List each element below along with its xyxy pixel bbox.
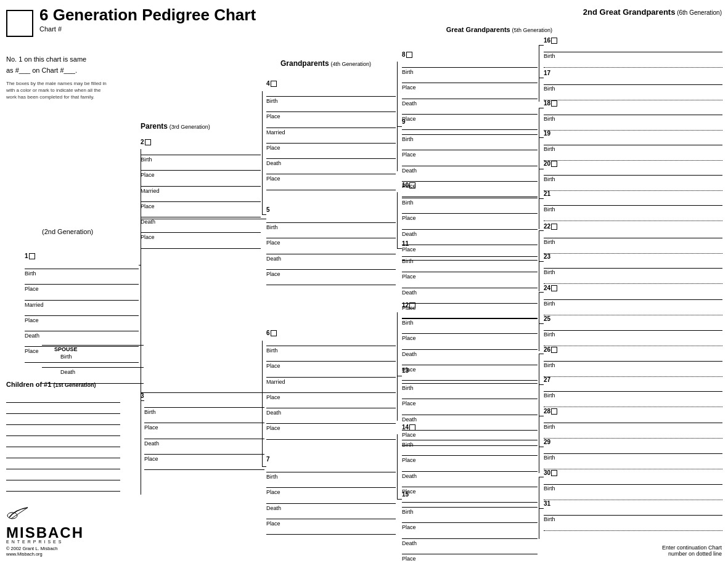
- person-19: 19 Birth: [544, 130, 722, 161]
- person-28: 28 Birth: [544, 408, 722, 439]
- person-16: 16 Birth: [544, 37, 722, 68]
- chart-box: [6, 10, 33, 37]
- person-26: 26 Birth: [544, 346, 722, 377]
- company-name: MISBACH: [6, 524, 86, 541]
- person-15: 15 Birth Place Death Place: [402, 491, 538, 563]
- footer-note: Enter continuation Chart number on dotte…: [662, 545, 722, 557]
- person-4: 4 Birth Place Married Place Death Place: [266, 80, 396, 190]
- person-5: 5 Birth Place Death Place: [266, 206, 396, 285]
- website: www.Misbach.org: [6, 551, 86, 557]
- person-23: 23 Birth: [544, 253, 722, 284]
- person-31: 31 Birth: [544, 500, 722, 531]
- gen3-label: Parents (3rd Generation): [141, 122, 210, 131]
- copyright: © 2002 Grant L. Misbach: [6, 546, 86, 551]
- person-2: 2 Birth Place Married Place Death Place: [141, 139, 261, 249]
- person-6: 6 Birth Place Married Place Death Place: [266, 330, 396, 440]
- person-25: 25 Birth: [544, 315, 722, 346]
- chart-number: Chart #: [39, 25, 256, 33]
- person-20: 20 Birth: [544, 160, 722, 191]
- person-21: 21 Birth: [544, 190, 722, 221]
- info-block: No. 1 on this chart is same as #___ on C…: [6, 54, 108, 101]
- person-24: 24 Birth: [544, 285, 722, 315]
- person-3: Birth Place Death Place: [144, 399, 264, 470]
- person-7: 7 Birth Place Death Place: [266, 456, 396, 535]
- gen2-label: (2nd Generation): [42, 228, 93, 235]
- person-22: 22 Birth: [544, 223, 722, 254]
- gen4-label: Grandparents (4th Generation): [280, 59, 371, 68]
- gen6-label: 2nd Great Grandparents (6th Generation): [583, 7, 722, 17]
- children-block: Children of #1 (1st Generation): [6, 381, 142, 494]
- person-29: 29 Birth: [544, 439, 722, 469]
- person-27: 27 Birth: [544, 376, 722, 407]
- gen5-label: Great Grandparents (5th Generation): [446, 26, 552, 33]
- person-17: 17 Birth: [544, 70, 722, 100]
- page-title: 6 Generation Pedigree Chart: [39, 6, 256, 24]
- person-18: 18 Birth: [544, 100, 722, 131]
- person-30: 30 Birth: [544, 469, 722, 500]
- footer: MISBACH ENTERPRISES © 2002 Grant L. Misb…: [6, 522, 86, 557]
- spouse-block: SPOUSE Birth Death: [42, 338, 144, 384]
